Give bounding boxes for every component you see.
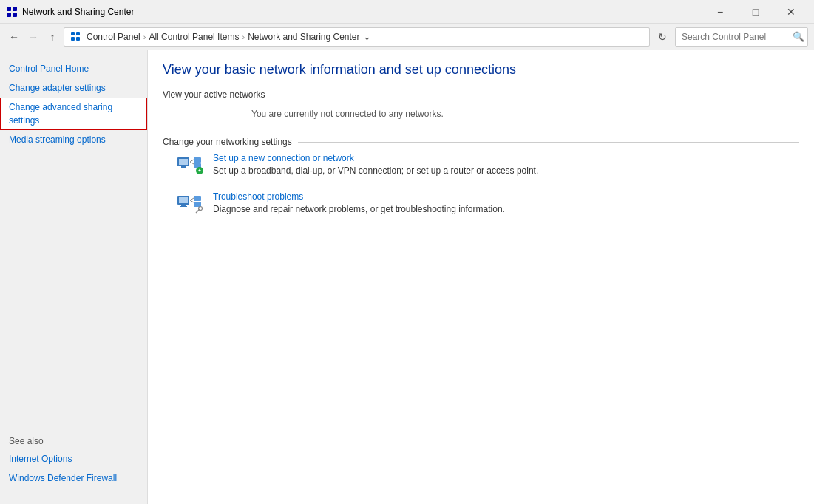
svg-rect-6 bbox=[71, 37, 75, 41]
sidebar: Control Panel Home Change adapter settin… bbox=[0, 50, 148, 504]
sidebar-item-change-adapter[interactable]: Change adapter settings bbox=[0, 78, 147, 98]
active-networks-header: View your active networks bbox=[163, 89, 799, 100]
svg-rect-3 bbox=[13, 13, 17, 17]
address-bar: ← → ↑ Control Panel › All Control Panel … bbox=[0, 24, 814, 50]
svg-rect-9 bbox=[179, 159, 188, 165]
troubleshoot-icon bbox=[177, 191, 204, 215]
setup-connection-link[interactable]: Set up a new connection or network bbox=[213, 153, 538, 163]
sidebar-item-internet-options[interactable]: Internet Options bbox=[9, 449, 138, 469]
forward-button[interactable]: → bbox=[25, 29, 41, 45]
window-controls: − □ ✕ bbox=[703, 4, 808, 19]
troubleshoot-text: Troubleshoot problems Diagnose and repai… bbox=[213, 191, 505, 214]
svg-rect-18 bbox=[199, 169, 200, 172]
svg-rect-4 bbox=[71, 32, 75, 35]
setup-connection-desc: Set up a broadband, dial-up, or VPN conn… bbox=[213, 166, 538, 176]
troubleshoot-icon-svg bbox=[177, 193, 204, 214]
troubleshoot-link[interactable]: Troubleshoot problems bbox=[213, 191, 505, 202]
svg-rect-21 bbox=[181, 205, 186, 206]
window-title: Network and Sharing Center bbox=[22, 7, 134, 17]
see-also-title: See also bbox=[9, 436, 138, 446]
svg-rect-25 bbox=[194, 196, 201, 201]
svg-rect-0 bbox=[7, 7, 11, 11]
path-icon bbox=[70, 31, 82, 43]
svg-rect-20 bbox=[179, 197, 188, 203]
path-dropdown-button[interactable]: ⌄ bbox=[362, 31, 373, 42]
new-connection-icon-svg bbox=[177, 154, 204, 175]
svg-rect-5 bbox=[76, 32, 80, 35]
no-network-text: You are currently not connected to any n… bbox=[163, 106, 799, 131]
svg-line-13 bbox=[190, 162, 194, 164]
troubleshoot-desc: Diagnose and repair network problems, or… bbox=[213, 204, 505, 214]
see-also-section: See also Internet Options Windows Defend… bbox=[0, 430, 147, 494]
see-also: See also Internet Options Windows Defend… bbox=[0, 430, 147, 494]
svg-rect-7 bbox=[76, 37, 80, 41]
svg-rect-11 bbox=[180, 168, 187, 168]
svg-line-23 bbox=[190, 198, 194, 200]
page-area: View your basic network information and … bbox=[148, 50, 814, 504]
svg-rect-1 bbox=[13, 7, 17, 11]
svg-line-24 bbox=[190, 200, 194, 202]
networking-settings-header: Change your networking settings bbox=[163, 137, 799, 147]
title-bar: Network and Sharing Center − □ ✕ bbox=[0, 0, 814, 24]
svg-point-28 bbox=[199, 207, 203, 211]
svg-rect-22 bbox=[180, 206, 187, 207]
window-icon bbox=[6, 6, 18, 18]
setup-connection-text: Set up a new connection or network Set u… bbox=[213, 153, 538, 176]
refresh-button[interactable]: ↻ bbox=[653, 27, 672, 47]
page-title: View your basic network information and … bbox=[163, 62, 799, 78]
svg-rect-10 bbox=[181, 166, 186, 168]
sidebar-item-windows-firewall[interactable]: Windows Defender Firewall bbox=[9, 469, 138, 488]
svg-rect-14 bbox=[194, 157, 201, 163]
svg-line-12 bbox=[190, 160, 194, 162]
close-button[interactable]: ✕ bbox=[774, 4, 808, 19]
up-button[interactable]: ↑ bbox=[44, 29, 61, 45]
minimize-button[interactable]: − bbox=[703, 4, 737, 19]
search-input[interactable] bbox=[682, 32, 793, 42]
svg-rect-2 bbox=[7, 13, 11, 17]
sidebar-item-change-advanced-sharing[interactable]: Change advanced sharing settings bbox=[0, 98, 147, 130]
path-all-control-panel[interactable]: All Control Panel Items bbox=[149, 32, 239, 42]
path-control-panel[interactable]: Control Panel bbox=[87, 32, 140, 42]
back-button[interactable]: ← bbox=[6, 29, 22, 45]
search-box: 🔍 bbox=[675, 27, 808, 47]
search-icon: 🔍 bbox=[793, 31, 804, 42]
setup-connection-option: Set up a new connection or network Set u… bbox=[163, 153, 799, 177]
sidebar-item-control-panel-home[interactable]: Control Panel Home bbox=[0, 59, 147, 78]
networking-settings-section: Change your networking settings bbox=[163, 137, 799, 215]
path-network-sharing[interactable]: Network and Sharing Center bbox=[248, 32, 359, 42]
troubleshoot-option: Troubleshoot problems Diagnose and repai… bbox=[163, 191, 799, 215]
sidebar-item-media-streaming[interactable]: Media streaming options bbox=[0, 130, 147, 149]
main-content: Control Panel Home Change adapter settin… bbox=[0, 50, 814, 504]
address-path: Control Panel › All Control Panel Items … bbox=[64, 27, 650, 47]
setup-connection-icon bbox=[177, 153, 204, 177]
maximize-button[interactable]: □ bbox=[739, 4, 773, 19]
